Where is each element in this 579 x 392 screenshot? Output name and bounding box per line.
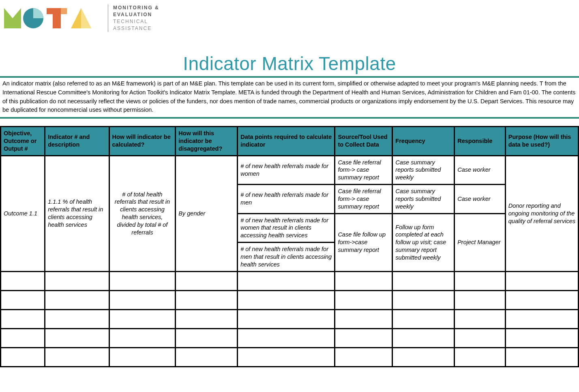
intro-band: An indicator matrix (also referred to as… [0, 76, 579, 119]
empty-cell [455, 347, 506, 366]
empty-cell [335, 290, 392, 309]
empty-cell [335, 309, 392, 328]
empty-cell [238, 347, 335, 366]
empty-cell [1, 309, 45, 328]
empty-cell [109, 347, 176, 366]
svg-rect-4 [53, 14, 61, 28]
cell-frequency-3: Follow up form completed at each follow … [392, 213, 455, 271]
empty-cell [176, 271, 238, 290]
logo-line4: ASSISTANCE [113, 25, 159, 32]
cell-source-1: Case file referral form-> case summary r… [335, 156, 392, 185]
cell-responsible-3: Project Manager [455, 213, 506, 271]
indicator-matrix-table: Objective, Outcome or Output # Indicator… [0, 126, 579, 367]
empty-cell [335, 347, 392, 366]
th-frequency: Frequency [392, 127, 455, 156]
page-title: Indicator Matrix Template [0, 53, 579, 75]
empty-cell [176, 328, 238, 347]
cell-frequency-1: Case summary reports submitted weekly [392, 156, 455, 185]
empty-row [1, 347, 579, 366]
empty-cell [238, 271, 335, 290]
empty-cell [45, 309, 109, 328]
data-row-1: Outcome 1.1 1.1.1 % of health referrals … [1, 156, 579, 185]
empty-row [1, 309, 579, 328]
empty-cell [45, 290, 109, 309]
logo-line3: TECHNICAL [113, 18, 159, 25]
svg-rect-5 [61, 8, 67, 14]
empty-cell [392, 347, 455, 366]
cell-source-2: Case file referral form-> case summary r… [335, 185, 392, 214]
cell-calculation: # of total health referrals that result … [109, 156, 176, 271]
empty-cell [109, 271, 176, 290]
empty-cell [505, 309, 578, 328]
empty-cell [176, 290, 238, 309]
empty-cell [45, 328, 109, 347]
th-purpose: Purpose (How will this data be used?) [505, 127, 578, 156]
empty-row [1, 328, 579, 347]
table-header-row: Objective, Outcome or Output # Indicator… [1, 127, 579, 156]
svg-marker-7 [81, 8, 91, 28]
intro-text: An indicator matrix (also referred to as… [2, 79, 577, 115]
empty-cell [1, 290, 45, 309]
th-indicator: Indicator # and description [45, 127, 109, 156]
cell-responsible-1: Case worker [455, 156, 506, 185]
cell-indicator: 1.1.1 % of health referrals that result … [45, 156, 109, 271]
empty-cell [176, 347, 238, 366]
empty-cell [238, 328, 335, 347]
cell-datapoint-2: # of new health referrals made for men [238, 185, 335, 214]
logo-line1: MONITORING & [113, 4, 159, 11]
meta-logo [4, 4, 101, 32]
cell-frequency-2: Case summary reports submitted weekly [392, 185, 455, 214]
th-source: Source/Tool Used to Collect Data [335, 127, 392, 156]
empty-cell [455, 290, 506, 309]
logo-header: MONITORING & EVALUATION TECHNICAL ASSIST… [0, 0, 579, 32]
empty-cell [176, 309, 238, 328]
empty-cell [505, 347, 578, 366]
cell-datapoint-4: # of new health referrals made for men t… [238, 243, 335, 272]
empty-cell [505, 328, 578, 347]
empty-cell [1, 271, 45, 290]
cell-datapoint-3: # of new health referrals made for women… [238, 213, 335, 243]
empty-cell [335, 271, 392, 290]
empty-cell [1, 328, 45, 347]
empty-cell [238, 309, 335, 328]
logo-line2: EVALUATION [113, 11, 159, 18]
empty-cell [505, 290, 578, 309]
empty-cell [109, 309, 176, 328]
empty-cell [109, 328, 176, 347]
empty-cell [392, 309, 455, 328]
empty-cell [455, 328, 506, 347]
empty-cell [335, 328, 392, 347]
empty-cell [1, 347, 45, 366]
cell-disaggregation: By gender [176, 156, 238, 271]
meta-logo-icon [4, 4, 101, 32]
empty-row [1, 271, 579, 290]
cell-objective: Outcome 1.1 [1, 156, 45, 271]
empty-cell [45, 271, 109, 290]
empty-cell [45, 347, 109, 366]
cell-purpose: Donor reporting and ongoing monitoring o… [505, 156, 578, 271]
cell-datapoint-1: # of new health referrals made for women [238, 156, 335, 185]
empty-cell [505, 271, 578, 290]
th-responsible: Responsible [455, 127, 506, 156]
empty-cell [455, 271, 506, 290]
empty-cell [455, 309, 506, 328]
cell-responsible-2: Case worker [455, 185, 506, 214]
empty-cell [238, 290, 335, 309]
logo-subtitle: MONITORING & EVALUATION TECHNICAL ASSIST… [108, 4, 159, 32]
empty-cell [392, 271, 455, 290]
empty-cell [392, 290, 455, 309]
th-calculation: How will indicator be calculated? [109, 127, 176, 156]
th-disaggregation: How will this indicator be disaggregated… [176, 127, 238, 156]
th-objective: Objective, Outcome or Output # [1, 127, 45, 156]
empty-row [1, 290, 579, 309]
cell-source-3: Case file follow up form->case summary r… [335, 213, 392, 271]
th-datapoints: Data points required to calculate indica… [238, 127, 335, 156]
empty-cell [392, 328, 455, 347]
empty-cell [109, 290, 176, 309]
